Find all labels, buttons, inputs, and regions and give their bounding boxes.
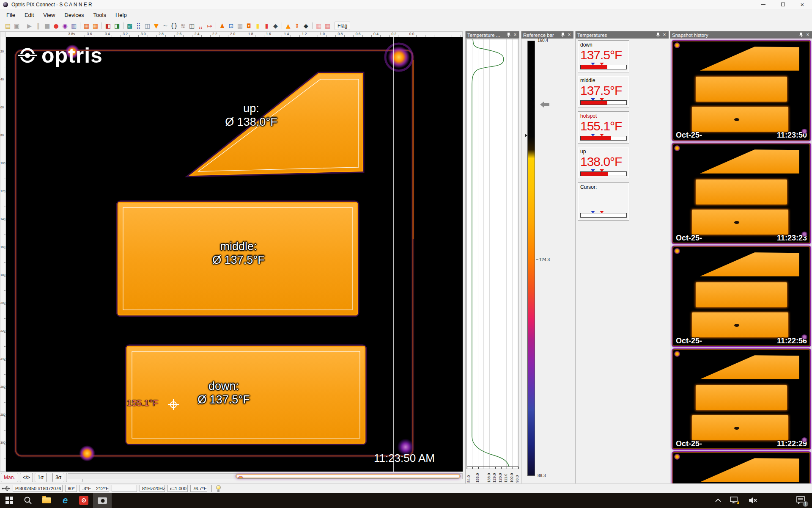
profile-curve-icon[interactable]: ~	[161, 22, 170, 30]
mode-button[interactable]: 3σ	[52, 473, 64, 482]
close-button[interactable]: ×	[793, 0, 812, 9]
menu-item[interactable]: Edit	[20, 11, 38, 19]
close-icon[interactable]: ×	[662, 33, 667, 38]
reference-range-marker[interactable]	[525, 134, 527, 137]
maximize-button[interactable]	[773, 0, 793, 9]
snapshot-thumbnail[interactable]: Oct-25- 11:22:56	[672, 246, 811, 347]
minimize-icon	[761, 4, 765, 5]
gray-panel-icon[interactable]: ▦	[236, 22, 244, 30]
minimize-button[interactable]	[754, 0, 773, 9]
temperature-card-label: up	[580, 149, 627, 155]
diagram-lines-icon[interactable]: ≋	[178, 22, 187, 30]
horizontal-scrollbar[interactable]	[68, 473, 463, 479]
optris-pix-connect-button[interactable]	[74, 493, 93, 508]
panel-title: Temperatures	[577, 33, 607, 38]
snapshot-thumbnail[interactable]: Oct-25- 11:22:29	[672, 348, 811, 450]
temperature-profile-plot	[466, 39, 519, 469]
temperature-card-bar	[580, 213, 627, 218]
braces-icon[interactable]: {}	[170, 22, 178, 30]
record-icon[interactable]: ●	[52, 22, 60, 30]
start-button[interactable]	[0, 493, 19, 508]
close-icon[interactable]: ×	[567, 33, 572, 38]
menu-item[interactable]: File	[2, 11, 20, 19]
reference-color-bar[interactable]	[527, 41, 535, 476]
zoom-selection-icon[interactable]: ⊡	[227, 22, 236, 30]
dark-tools-icon[interactable]: ◆	[302, 22, 310, 30]
recorder-pink-2-icon[interactable]: ▦	[323, 22, 332, 30]
search-button[interactable]	[19, 493, 37, 508]
scale-yellow-icon[interactable]: ▮	[253, 22, 262, 30]
speaker-muted-icon[interactable]	[749, 497, 758, 504]
digital-display-icon[interactable]: ◫	[187, 22, 196, 30]
ruler-label: 0.2	[385, 32, 403, 37]
file-explorer-button[interactable]	[37, 493, 56, 508]
menu-item[interactable]: View	[38, 11, 60, 19]
layout-red-icon[interactable]: ◧	[104, 22, 112, 30]
snapshot-date: Oct-25-	[676, 131, 702, 140]
menu-item[interactable]: Devices	[60, 11, 88, 19]
flag-button[interactable]: Flag	[335, 22, 350, 30]
capture-app-button[interactable]	[93, 493, 112, 508]
merge-colors-icon[interactable]: ◘	[244, 22, 253, 30]
play-icon[interactable]: ▶	[25, 22, 34, 30]
palette-icon[interactable]: ▩	[125, 22, 134, 30]
menu-item[interactable]: Help	[111, 11, 132, 19]
copy-icon[interactable]: ▥	[69, 22, 78, 30]
pause-icon[interactable]: ‖	[34, 22, 43, 30]
reference-max-value: 160.4	[538, 38, 548, 43]
menu-bar: FileEditViewDevicesToolsHelp	[0, 9, 812, 20]
red-bars-icon[interactable]: ⣤	[196, 22, 205, 30]
tray-chevron-up-icon[interactable]	[715, 498, 721, 502]
recorder-pink-icon[interactable]: ▦	[314, 22, 323, 30]
snapshot-thumbnail[interactable]	[672, 451, 811, 483]
person-icon[interactable]: ♟	[218, 22, 227, 30]
temperature-card-value: 137.5°F	[580, 83, 627, 98]
ruler-label: 3.2	[116, 32, 134, 37]
device-window-icon[interactable]: ▦	[82, 22, 91, 30]
ruler-label: 3.8s	[63, 32, 80, 37]
histogram-icon[interactable]: ⣿	[134, 22, 143, 30]
split-arrows-icon[interactable]: ⇕	[293, 22, 302, 30]
mode-button[interactable]: 1σ	[35, 473, 47, 482]
reference-arrow-icon[interactable]	[540, 102, 549, 108]
mode-button[interactable]: Man.	[1, 473, 18, 482]
thermal-image-view[interactable]: optris up: Ø 138.0°F middle: Ø 137.5°F d…	[6, 37, 463, 472]
snapshot-date: Oct-25-	[676, 337, 702, 345]
snapshot-caption: Oct-25- 11:22:29	[672, 439, 810, 448]
hotspot-drop-icon[interactable]: ▼	[152, 22, 161, 30]
ruler-label: 20	[0, 50, 5, 78]
close-icon[interactable]: ×	[805, 33, 810, 38]
area-middle-name: middle:	[200, 240, 277, 253]
device-window-2-icon[interactable]: ▦	[91, 22, 100, 30]
panel-title: Snapshot history	[672, 33, 708, 38]
scale-red-icon[interactable]: ▮	[262, 22, 271, 30]
layout-green-icon[interactable]: ◨	[112, 22, 121, 30]
network-warning-icon[interactable]	[730, 496, 740, 505]
snapshot-shape-middle	[696, 385, 787, 410]
pin-icon[interactable]	[506, 33, 510, 37]
pin-icon[interactable]	[560, 33, 565, 37]
stop-icon[interactable]: ■	[43, 22, 52, 30]
toolbar-separator	[216, 22, 216, 29]
notification-center-button[interactable]: 1	[796, 496, 806, 505]
arrow-right-icon[interactable]: ↦	[205, 22, 214, 30]
scrollbar-thumb[interactable]	[236, 474, 461, 479]
save-icon[interactable]: ▣	[12, 22, 21, 30]
open-file-icon[interactable]: ▤	[3, 22, 12, 30]
snapshot-thumbnail[interactable]: Oct-25- 11:23:23	[672, 143, 811, 244]
internet-explorer-button[interactable]: e	[56, 493, 74, 508]
menu-item[interactable]: Tools	[89, 11, 111, 19]
mode-button[interactable]: </>	[20, 473, 33, 482]
temperature-cards: down 137.5°F middle 137.5°F	[578, 40, 629, 221]
close-icon[interactable]: ×	[513, 33, 518, 38]
display-mode-icon[interactable]: ◫	[143, 22, 152, 30]
temperature-card-label: Cursor:	[580, 184, 627, 190]
flame-range-icon[interactable]: ▲	[284, 22, 293, 30]
pin-icon[interactable]	[656, 33, 660, 37]
snapshot-thumbnail[interactable]: Oct-25- 11:23:50	[672, 40, 811, 141]
snapshot-camera-icon[interactable]: ◉	[60, 22, 69, 30]
tools-icon[interactable]: ◆	[271, 22, 280, 30]
pin-icon[interactable]	[799, 33, 803, 37]
temperature-card-value: 155.1°F	[580, 119, 627, 133]
lamp-toggle-icon[interactable]	[216, 485, 221, 492]
